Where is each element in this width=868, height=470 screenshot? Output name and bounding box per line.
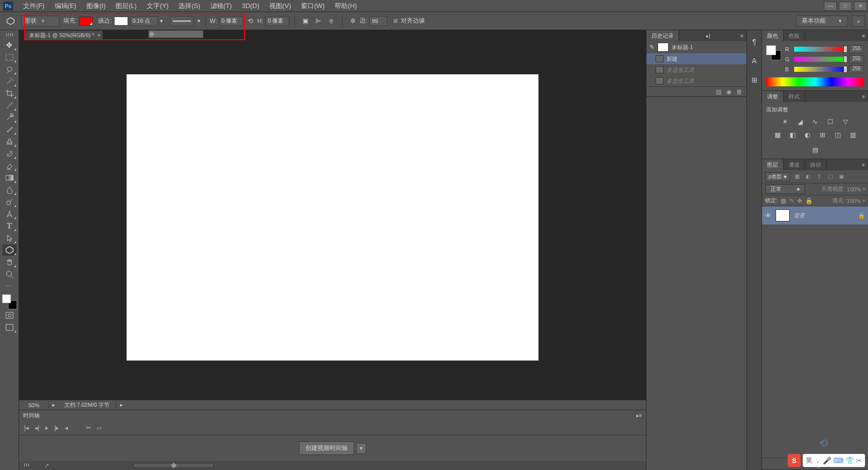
height-input[interactable] [265, 16, 289, 26]
filter-shape-icon[interactable]: ▢ [826, 173, 834, 181]
timeline-menu-icon[interactable]: ▸≡ [636, 413, 642, 418]
menu-type[interactable]: 文字(Y) [142, 2, 173, 11]
foreground-background-colors[interactable] [2, 294, 17, 309]
vibrance-icon[interactable]: ▽ [840, 116, 850, 127]
history-brush-tool[interactable] [3, 148, 17, 159]
first-frame-icon[interactable]: |◂ [24, 424, 29, 431]
menu-view[interactable]: 视图(V) [264, 2, 296, 11]
stamp-tool[interactable] [3, 136, 17, 147]
b-slider[interactable] [794, 67, 846, 72]
blend-mode-dropdown[interactable]: 正常◆ [765, 184, 805, 194]
ime-status[interactable]: 英 ， 🎤 ⌨ 👕 ✂ [803, 454, 865, 467]
history-snapshot[interactable]: ✎ 未标题-1 [646, 41, 746, 53]
filter-pixel-icon[interactable]: ▩ [793, 173, 801, 181]
history-tab[interactable]: 历史记录 [646, 30, 679, 41]
transition-icon[interactable]: ▱ [97, 424, 101, 431]
channels-tab[interactable]: 通道 [784, 159, 805, 170]
color-tab[interactable]: 颜色 [762, 30, 784, 41]
scissors-icon[interactable]: ✂ [86, 424, 91, 431]
workspace-dropdown[interactable]: 基本功能 ▼ [796, 16, 848, 27]
create-timeline-button[interactable]: 创建视频时间轴 [299, 441, 354, 455]
play-icon[interactable]: ▸ [45, 424, 48, 431]
opacity-value[interactable]: 100% [847, 186, 861, 192]
path-operations-icon[interactable]: ▣ [300, 16, 310, 26]
menu-file[interactable]: 文件(F) [18, 2, 50, 11]
brush-tool[interactable] [3, 124, 17, 135]
history-collapse-icon[interactable]: ▸| [703, 33, 713, 39]
history-item[interactable]: 多边形工具 [646, 64, 746, 75]
paths-tab[interactable]: 路径 [805, 159, 827, 170]
timeline-zoom-slider[interactable] [133, 463, 213, 468]
canvas[interactable] [127, 74, 538, 361]
healing-tool[interactable] [3, 112, 17, 123]
blur-tool[interactable] [3, 184, 17, 195]
chevron-down-icon[interactable]: ▼ [159, 19, 164, 24]
paragraph-panel-icon[interactable]: ¶ [749, 36, 760, 47]
move-tool[interactable]: ✥ [3, 40, 17, 51]
doc-info[interactable]: 文档:7.02M/0 字节 [58, 401, 116, 409]
adjustments-tab[interactable]: 调整 [762, 91, 784, 102]
magic-wand-tool[interactable] [3, 76, 17, 87]
mic-icon[interactable]: 🎤 [823, 456, 831, 464]
close-icon[interactable]: × [97, 32, 100, 38]
shape-tool[interactable] [3, 245, 17, 256]
history-item[interactable]: 新建 [646, 53, 746, 64]
edit-toolbar[interactable]: ⋯ [3, 281, 17, 292]
hue-icon[interactable]: ▦ [773, 130, 783, 140]
g-value[interactable]: 255 [849, 55, 864, 63]
layers-tab[interactable]: 图层 [762, 159, 784, 170]
swatches-tab[interactable]: 色板 [784, 30, 805, 41]
prev-frame-icon[interactable]: ◂| [35, 424, 39, 431]
lock-icon[interactable]: 🔒 [858, 212, 865, 219]
grip-icon[interactable] [24, 463, 39, 467]
shape-mode-dropdown[interactable]: 形状 ▼ [21, 16, 59, 27]
photo-filter-icon[interactable]: ◐ [803, 130, 813, 140]
pen-tool[interactable] [3, 208, 17, 219]
lock-all-icon[interactable]: 🔒 [805, 197, 813, 204]
canvas-stage[interactable] [19, 30, 646, 400]
stroke-width-slider-popup[interactable] [148, 30, 203, 38]
g-slider[interactable] [794, 57, 846, 62]
maximize-button[interactable]: □ [839, 2, 852, 11]
dodge-tool[interactable] [3, 196, 17, 207]
zoom-tool[interactable] [3, 269, 17, 280]
last-frame-icon[interactable]: ◂ [65, 424, 68, 431]
zoom-caret[interactable]: ▸ [49, 402, 58, 408]
character-panel-icon[interactable]: A [749, 55, 760, 66]
collapse-panels-button[interactable]: » [852, 16, 865, 27]
layer-item[interactable]: 👁 背景 🔒 [762, 206, 868, 224]
stroke-width-input[interactable] [130, 16, 158, 26]
link-icon[interactable]: ⟲ [246, 16, 256, 26]
path-align-icon[interactable]: ⊫ [313, 16, 323, 26]
new-doc-icon[interactable]: ▤ [716, 88, 721, 95]
chevron-down-icon[interactable]: ▼ [197, 19, 201, 24]
eyedropper-tool[interactable] [3, 100, 17, 111]
exposure-icon[interactable]: ☐ [825, 116, 835, 127]
camera-icon[interactable]: ◉ [726, 88, 731, 95]
stroke-style-dropdown[interactable] [170, 16, 194, 26]
styles-tab[interactable]: 样式 [784, 91, 805, 102]
screen-mode-tool[interactable] [3, 322, 17, 333]
toolbox-icon[interactable]: ✂ [856, 456, 862, 464]
type-tool[interactable]: T [3, 220, 17, 231]
sides-input[interactable] [369, 16, 387, 26]
eraser-tool[interactable] [3, 160, 17, 171]
menu-help[interactable]: 帮助(H) [330, 2, 362, 11]
minimize-button[interactable]: — [824, 2, 837, 11]
create-timeline-caret[interactable]: ▼ [356, 443, 366, 454]
filter-smart-icon[interactable]: ▣ [837, 173, 845, 181]
lut-icon[interactable]: ◫ [833, 130, 843, 140]
trash-icon[interactable]: 🗑 [736, 88, 742, 95]
menu-edit[interactable]: 编辑(E) [50, 2, 81, 11]
bw-icon[interactable]: ◧ [788, 130, 798, 140]
marquee-tool[interactable] [3, 52, 17, 63]
status-caret[interactable]: ▸ [116, 402, 127, 408]
posterize-icon[interactable]: ▤ [810, 145, 820, 155]
convert-icon[interactable]: ↗ [44, 462, 49, 469]
stroke-color-swatch[interactable] [114, 17, 128, 26]
hand-tool[interactable] [3, 257, 17, 268]
visibility-icon[interactable]: 👁 [765, 212, 772, 219]
r-slider[interactable] [794, 47, 846, 52]
panel-menu-icon[interactable]: ≡ [859, 33, 868, 39]
curves-icon[interactable]: ∿ [810, 116, 820, 127]
